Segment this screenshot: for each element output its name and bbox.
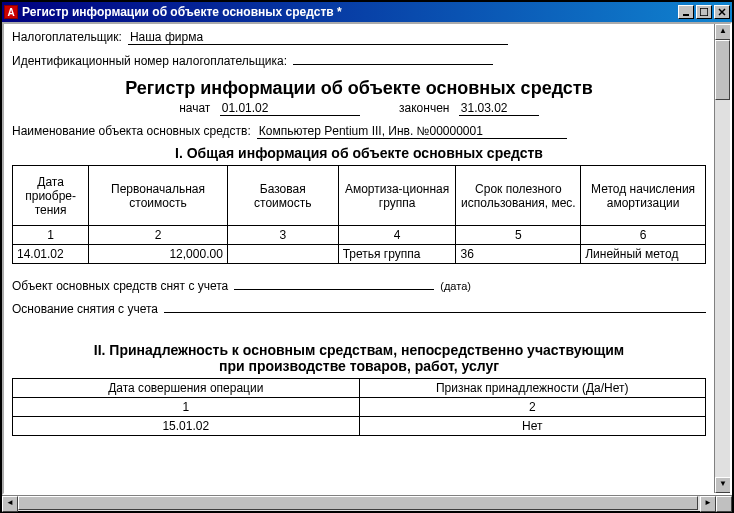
period-start-field[interactable]: 01.01.02 — [220, 101, 360, 116]
table-number-row: 1 2 3 4 5 6 — [13, 226, 706, 245]
period-end-label: закончен — [399, 101, 449, 115]
cell[interactable] — [227, 245, 338, 264]
taxpayer-label: Налогоплательщик: — [12, 30, 122, 44]
section2-title-line1: II. Принадлежность к основным средствам,… — [12, 342, 706, 358]
dereg-reason-field[interactable] — [164, 299, 706, 313]
table-header-row: Дата совершения операции Признак принадл… — [13, 379, 706, 398]
period-start-label: начат — [179, 101, 210, 115]
scroll-down-button[interactable]: ▼ — [715, 477, 731, 493]
col-num: 1 — [13, 398, 360, 417]
cell[interactable]: Нет — [359, 417, 706, 436]
period-end-field[interactable]: 31.03.02 — [459, 101, 539, 116]
scroll-corner — [716, 496, 732, 512]
scroll-thumb-v[interactable] — [715, 40, 730, 100]
dereg-reason-row: Основание снятия с учета — [12, 299, 706, 316]
scroll-track-v[interactable] — [715, 100, 730, 477]
app-window: A Регистр информации об объекте основных… — [0, 0, 734, 513]
dereg-field[interactable] — [234, 276, 434, 290]
content-area: Налогоплательщик: Наша фирма Идентификац… — [2, 22, 732, 495]
table-data-row: 14.01.02 12,000.00 Третья группа 36 Лине… — [13, 245, 706, 264]
col-num: 1 — [13, 226, 89, 245]
dereg-note: (дата) — [440, 280, 471, 292]
scroll-left-button[interactable]: ◄ — [2, 496, 18, 512]
page-title: Регистр информации об объекте основных с… — [12, 78, 706, 99]
titlebar: A Регистр информации об объекте основных… — [2, 2, 732, 22]
section2-title-line2: при производстве товаров, работ, услуг — [12, 358, 706, 374]
col-num: 5 — [456, 226, 581, 245]
col-header: Базовая стоимость — [227, 166, 338, 226]
dereg-reason-label: Основание снятия с учета — [12, 302, 158, 316]
cell[interactable]: 15.01.02 — [13, 417, 360, 436]
cell[interactable]: Третья группа — [338, 245, 456, 264]
col-num: 3 — [227, 226, 338, 245]
window-title: Регистр информации об объекте основных с… — [22, 5, 678, 19]
tin-row: Идентификационный номер налогоплательщик… — [12, 51, 706, 68]
table-data-row: 15.01.02 Нет — [13, 417, 706, 436]
col-num: 2 — [359, 398, 706, 417]
section1-title: I. Общая информация об объекте основных … — [12, 145, 706, 161]
table-header-row: Дата приобре-тения Первоначальная стоимо… — [13, 166, 706, 226]
dereg-row: Объект основных средств снят с учета (да… — [12, 276, 706, 293]
scroll-thumb-h[interactable] — [18, 496, 698, 510]
scroll-track-h[interactable] — [18, 496, 700, 511]
table-number-row: 1 2 — [13, 398, 706, 417]
col-header: Дата приобре-тения — [13, 166, 89, 226]
dereg-label: Объект основных средств снят с учета — [12, 279, 228, 293]
col-num: 2 — [89, 226, 228, 245]
maximize-button[interactable] — [696, 5, 712, 19]
svg-rect-1 — [700, 8, 708, 16]
cell[interactable]: Линейный метод — [581, 245, 706, 264]
minimize-button[interactable] — [678, 5, 694, 19]
period-row: начат 01.01.02 закончен 31.03.02 — [12, 101, 706, 116]
tin-label: Идентификационный номер налогоплательщик… — [12, 54, 287, 68]
col-header: Дата совершения операции — [13, 379, 360, 398]
close-button[interactable] — [714, 5, 730, 19]
taxpayer-row: Налогоплательщик: Наша фирма — [12, 30, 706, 45]
cell[interactable]: 12,000.00 — [89, 245, 228, 264]
scroll-right-button[interactable]: ► — [700, 496, 716, 512]
col-header: Метод начисления амортизации — [581, 166, 706, 226]
col-num: 4 — [338, 226, 456, 245]
app-icon: A — [4, 5, 18, 19]
col-header: Первоначальная стоимость — [89, 166, 228, 226]
taxpayer-field[interactable]: Наша фирма — [128, 30, 508, 45]
section1-table: Дата приобре-тения Первоначальная стоимо… — [12, 165, 706, 264]
document-body: Налогоплательщик: Наша фирма Идентификац… — [4, 24, 714, 493]
cell[interactable]: 36 — [456, 245, 581, 264]
cell[interactable]: 14.01.02 — [13, 245, 89, 264]
section2-table: Дата совершения операции Признак принадл… — [12, 378, 706, 436]
col-header: Признак принадлежности (Да/Нет) — [359, 379, 706, 398]
scroll-up-button[interactable]: ▲ — [715, 24, 731, 40]
object-row: Наименование объекта основных средств: К… — [12, 124, 706, 139]
svg-rect-0 — [683, 14, 689, 16]
col-header: Амортиза-ционная группа — [338, 166, 456, 226]
col-num: 6 — [581, 226, 706, 245]
vertical-scrollbar[interactable]: ▲ ▼ — [714, 24, 730, 493]
object-label: Наименование объекта основных средств: — [12, 124, 251, 138]
object-field[interactable]: Компьютер Pentium III, Инв. №00000001 — [257, 124, 567, 139]
tin-field[interactable] — [293, 51, 493, 65]
horizontal-scrollbar[interactable]: ◄ ► — [2, 495, 732, 511]
col-header: Срок полезного использования, мес. — [456, 166, 581, 226]
window-controls — [678, 5, 730, 19]
